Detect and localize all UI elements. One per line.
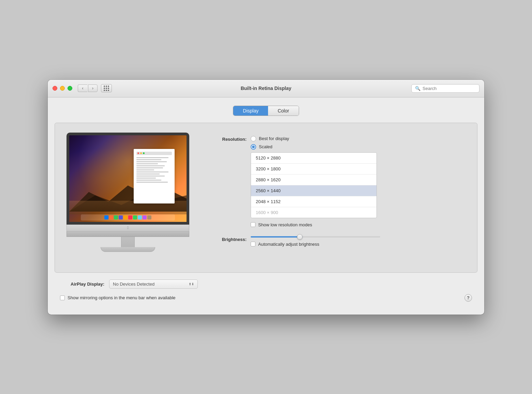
settings-panel: Resolution: Best for display Scaled 51 [206,133,469,256]
tab-group: Display Color [233,106,299,116]
imac-stand-base [101,247,155,252]
best-for-display-radio[interactable] [251,136,256,141]
grid-view-button[interactable] [101,84,112,92]
resolution-item-3[interactable]: 2560 × 1440 [251,185,376,196]
dock-icon [143,215,147,219]
bottom-section: AirPlay Display: No Devices Detected ⬆⬇ … [55,273,477,305]
imac-dock [81,214,175,221]
scaled-label: Scaled [259,144,272,149]
tab-color[interactable]: Color [268,106,298,116]
help-icon: ? [467,295,470,300]
doc-line [136,163,158,164]
search-input[interactable] [423,86,476,91]
best-for-display-label: Best for display [259,136,289,141]
dock-icon [119,215,123,219]
display-panel:  Resolution: Best for display [55,123,477,273]
dock-icon [114,215,118,219]
brightness-label: Brightness: [206,236,251,242]
resolution-item-0[interactable]: 5120 × 2880 [251,153,376,164]
document-overlay [134,149,175,203]
search-box[interactable]: 🔍 [411,84,479,93]
mirroring-checkbox[interactable] [60,296,65,300]
doc-line [136,178,156,179]
titlebar: ‹ › Built-in Retina Display 🔍 [48,80,484,97]
resolution-label: Resolution: [206,136,251,142]
grid-icon [104,86,109,91]
brightness-slider-row [251,236,469,238]
dock-icon [104,215,108,219]
imac-chin:  [66,225,189,231]
dock-icon [128,215,132,219]
doc-line [136,182,168,183]
dock-icon [138,215,142,219]
imac-screen-outer [66,133,189,225]
resolution-item-1[interactable]: 3200 × 1800 [251,164,376,175]
brightness-setting: Brightness: Automatically adjust brightn… [206,236,469,251]
dropdown-arrows-icon: ⬆⬇ [189,282,194,286]
forward-button[interactable]: › [88,85,98,92]
auto-brightness-row: Automatically adjust brightness [251,242,469,247]
low-resolution-checkbox[interactable] [251,222,255,227]
scaled-radio[interactable] [251,144,256,150]
back-button[interactable]: ‹ [78,85,87,92]
doc-line [136,165,165,166]
low-resolution-row: Show low resolution modes [251,222,469,227]
tabs-row: Display Color [55,106,477,116]
auto-brightness-checkbox[interactable] [251,242,255,246]
main-window: ‹ › Built-in Retina Display 🔍 Display Co [48,80,484,315]
airplay-row: AirPlay Display: No Devices Detected ⬆⬇ [60,279,472,289]
doc-line [136,180,161,181]
doc-line [136,159,161,160]
nav-buttons: ‹ › [78,85,98,92]
mirroring-label: Show mirroring options in the menu bar w… [68,295,176,300]
resolution-controls: Best for display Scaled 5120 × 2880 3200… [251,136,469,231]
resolution-setting: Resolution: Best for display Scaled 51 [206,136,469,231]
doc-line [136,176,165,177]
doc-close [137,152,139,154]
imac-illustration:  [63,133,193,252]
brightness-slider-track[interactable] [251,236,380,238]
airplay-dropdown-text: No Devices Detected [113,282,154,287]
doc-line [136,173,160,175]
apple-logo-icon:  [127,225,129,230]
imac-screen-inner [69,135,187,222]
dock-icon [109,215,113,219]
main-content: Display Color [48,97,484,315]
doc-max [143,152,145,154]
tab-display[interactable]: Display [233,106,268,116]
traffic-lights [53,86,72,91]
scaled-row: Scaled [251,144,469,150]
close-button[interactable] [53,86,57,91]
resolution-item-5[interactable]: 1600 × 900 [251,207,376,218]
doc-line [136,161,166,162]
best-for-display-row: Best for display [251,136,469,141]
auto-brightness-label: Automatically adjust brightness [258,242,319,247]
help-button[interactable]: ? [464,294,472,302]
back-icon: ‹ [82,86,84,91]
resolution-list[interactable]: 5120 × 2880 3200 × 1800 2880 × 1620 2560… [251,152,377,218]
resolution-item-2[interactable]: 2880 × 1620 [251,175,376,185]
doc-line [136,169,154,170]
airplay-dropdown[interactable]: No Devices Detected ⬆⬇ [109,279,198,289]
window-title: Built-in Retina Display [241,86,292,91]
doc-line [136,167,163,168]
dock-icon [123,215,128,219]
doc-line [136,157,168,158]
doc-min [140,152,142,154]
airplay-label: AirPlay Display: [60,282,104,287]
dock-icon [133,215,137,219]
dock-icon [147,215,151,219]
brightness-slider-thumb[interactable] [297,234,302,240]
minimize-button[interactable] [60,86,65,91]
mirroring-row: Show mirroring options in the menu bar w… [60,294,472,302]
imac-bottom [66,231,189,237]
resolution-item-4[interactable]: 2048 × 1152 [251,196,376,207]
forward-icon: › [92,86,93,91]
doc-line [136,171,168,172]
search-icon: 🔍 [415,86,420,91]
doc-titlebar [136,152,172,155]
imac-stand-neck [121,237,135,247]
imac-wrap:  [66,133,189,252]
maximize-button[interactable] [68,86,72,91]
low-resolution-label: Show low resolution modes [258,222,312,227]
